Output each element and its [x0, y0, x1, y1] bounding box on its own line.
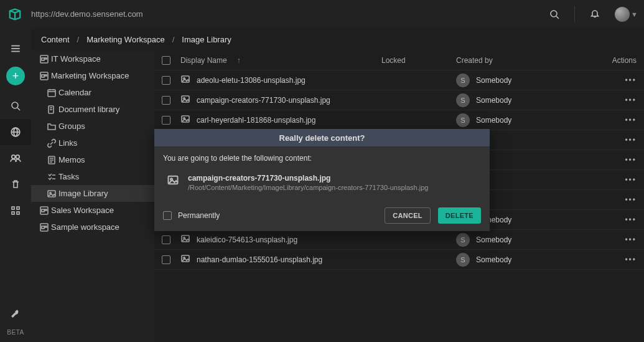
- cancel-button[interactable]: CANCEL: [385, 207, 431, 224]
- dialog-item-path: /Root/Content/Marketing/ImageLibrary/cam…: [188, 184, 428, 191]
- delete-button[interactable]: DELETE: [438, 207, 481, 224]
- image-icon: [167, 174, 179, 189]
- dialog-content-item: campaign-creators-771730-unsplash.jpg /R…: [163, 171, 481, 194]
- permanently-checkbox[interactable]: Permanently: [163, 211, 220, 220]
- dialog-item-name: campaign-creators-771730-unsplash.jpg: [188, 174, 428, 183]
- delete-dialog: Really delete content? You are going to …: [154, 129, 490, 231]
- dialog-title: Really delete content?: [154, 129, 490, 146]
- permanently-label: Permanently: [178, 211, 220, 220]
- dialog-message: You are going to delete the following co…: [163, 154, 481, 163]
